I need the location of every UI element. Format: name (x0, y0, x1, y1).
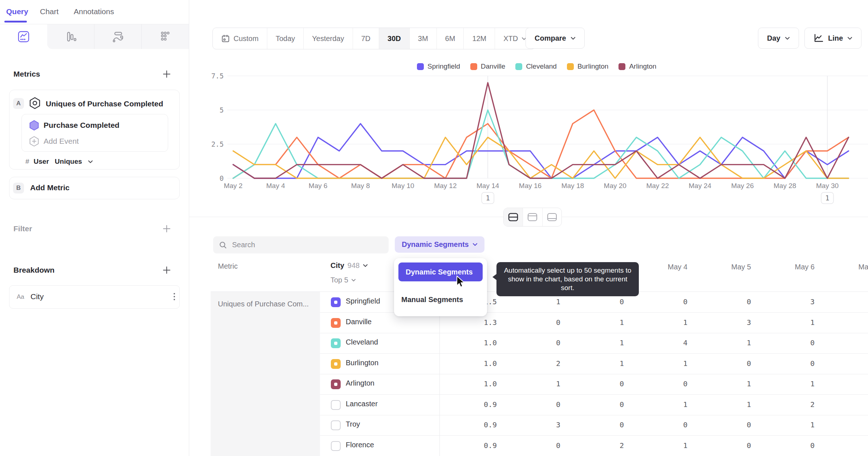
legend-label: Springfield (427, 62, 460, 70)
segment-row-lancaster: Lancaster0.900112 (320, 395, 868, 415)
svg-text:May 26: May 26 (731, 182, 754, 190)
segment-day-value: 1 (718, 338, 751, 347)
tab-chart[interactable]: Chart (40, 7, 58, 16)
day-column-header: May 6 (771, 263, 815, 271)
svg-text:May 8: May 8 (351, 182, 370, 190)
segment-checkbox-checked[interactable] (331, 318, 341, 328)
segment-label[interactable]: Burlington (346, 359, 378, 367)
range-3m[interactable]: 3M (409, 28, 437, 49)
segment-checkbox-checked[interactable] (331, 338, 341, 348)
segment-label[interactable]: Arlington (346, 379, 374, 387)
measure-selector[interactable]: # User Uniques (25, 158, 93, 166)
dropdown-item-manual-segments[interactable]: Manual Segments (401, 292, 483, 308)
svg-text:May 10: May 10 (392, 182, 414, 190)
add-event-icon (28, 135, 40, 147)
legend-swatch (618, 63, 625, 70)
bar-chart-icon (65, 30, 77, 43)
tooltip-arrow (492, 274, 497, 280)
metric-a-title[interactable]: Uniques of Purchase Completed (46, 99, 163, 108)
granularity-button[interactable]: Day (758, 28, 799, 49)
tab-query[interactable]: Query (6, 7, 28, 16)
segment-label[interactable]: Troy (346, 420, 360, 428)
add-breakdown-plus-icon[interactable] (162, 265, 172, 275)
dropdown-item-label: Manual Segments (401, 296, 463, 304)
chart-type-flow-tab[interactable] (94, 24, 142, 49)
svg-text:7.5: 7.5 (211, 72, 224, 80)
segment-checkbox-unchecked[interactable] (331, 400, 341, 410)
legend-swatch (470, 63, 477, 70)
range-12m[interactable]: 12M (463, 28, 495, 49)
segment-day-value: 0 (782, 441, 815, 450)
range-today[interactable]: Today (267, 28, 303, 49)
chart-type-scatter-tab[interactable] (142, 24, 189, 49)
search-input[interactable] (231, 240, 383, 249)
range-label: Yesterday (312, 34, 344, 43)
segment-day-value: 0 (718, 359, 751, 368)
range-yesterday[interactable]: Yesterday (303, 28, 352, 49)
legend-item-cleveland[interactable]: Cleveland (515, 62, 557, 70)
kebab-menu-icon[interactable] (174, 293, 175, 300)
query-sidebar: Query Chart Annotations (0, 0, 189, 456)
segment-average-value: 1.0 (464, 359, 497, 368)
segment-checkbox-unchecked[interactable] (331, 441, 341, 451)
legend-item-danville[interactable]: Danville (470, 62, 506, 70)
line-chart-icon (17, 30, 30, 43)
segment-day-value: 1 (528, 379, 560, 388)
metric-card-b[interactable]: B Add Metric (9, 177, 180, 199)
segment-search[interactable] (213, 236, 389, 253)
tab-annotations[interactable]: Annotations (74, 7, 114, 16)
layout-split-view-button[interactable] (504, 208, 523, 226)
chart-type-line-tab[interactable] (0, 24, 47, 49)
segment-label[interactable]: Springfield (346, 297, 380, 305)
dropdown-item-dynamic-segments[interactable]: Dynamic Segments (398, 262, 483, 281)
svg-text:1: 1 (825, 194, 829, 202)
top-n-label: Top 5 (330, 276, 348, 284)
line-chart[interactable]: 02.557.511May 2May 4May 6May 8May 10May … (211, 71, 868, 208)
add-metric-plus-icon[interactable] (162, 69, 172, 79)
chart-style-button[interactable]: Line (804, 28, 861, 49)
legend-item-arlington[interactable]: Arlington (618, 62, 656, 70)
legend-item-burlington[interactable]: Burlington (567, 62, 609, 70)
segment-label[interactable]: Lancaster (346, 400, 378, 408)
add-filter-plus-icon[interactable] (162, 224, 172, 234)
event-name[interactable]: Purchase Completed (44, 121, 119, 130)
metrics-section-title: Metrics (13, 70, 40, 78)
metric-b-badge: B (13, 183, 24, 194)
segment-day-value: 1 (655, 400, 687, 409)
segment-checkbox-checked[interactable] (331, 297, 341, 307)
legend-item-springfield[interactable]: Springfield (417, 62, 460, 70)
metric-column-header: Metric (218, 262, 238, 270)
layout-table-view-button[interactable] (543, 208, 561, 226)
svg-text:5: 5 (220, 106, 224, 114)
segment-label[interactable]: Danville (346, 318, 372, 326)
range-custom[interactable]: Custom (213, 28, 267, 49)
segment-day-value: 1 (655, 359, 687, 368)
layout-chart-view-button[interactable] (523, 208, 542, 226)
svg-text:May 28: May 28 (774, 182, 796, 190)
sidebar-tab-bar: Query Chart Annotations (0, 0, 189, 24)
chart-type-strip (0, 24, 189, 49)
range-30d[interactable]: 30D (379, 28, 409, 49)
add-event-label[interactable]: Add Event (44, 137, 79, 146)
range-7d[interactable]: 7D (353, 28, 379, 49)
segment-column-header[interactable]: City 948 (330, 261, 368, 270)
segment-day-value: 0 (655, 379, 687, 388)
svg-text:May 22: May 22 (646, 182, 669, 190)
compare-button[interactable]: Compare (526, 28, 585, 49)
segment-checkbox-checked[interactable] (331, 359, 341, 369)
segment-label[interactable]: Cleveland (346, 338, 378, 346)
segment-label[interactable]: Florence (346, 441, 374, 449)
range-6m[interactable]: 6M (437, 28, 464, 49)
segment-checkbox-unchecked[interactable] (331, 420, 341, 430)
svg-text:May 14: May 14 (476, 182, 499, 190)
segment-checkbox-checked[interactable] (331, 379, 341, 389)
segment-row-burlington: Burlington1.021100 (320, 354, 868, 374)
segment-day-value: 0 (718, 420, 751, 429)
breakdown-city-card[interactable]: Aa City (9, 285, 180, 309)
top-n-filter[interactable]: Top 5 (330, 276, 356, 284)
metric-row-label: Uniques of Purchase Com... (218, 300, 309, 308)
chart-type-bar-tab[interactable] (47, 24, 94, 49)
segment-day-value: 2 (528, 359, 560, 368)
segments-mode-button[interactable]: Dynamic Segments (395, 236, 484, 253)
segment-property-name: City (330, 261, 344, 270)
